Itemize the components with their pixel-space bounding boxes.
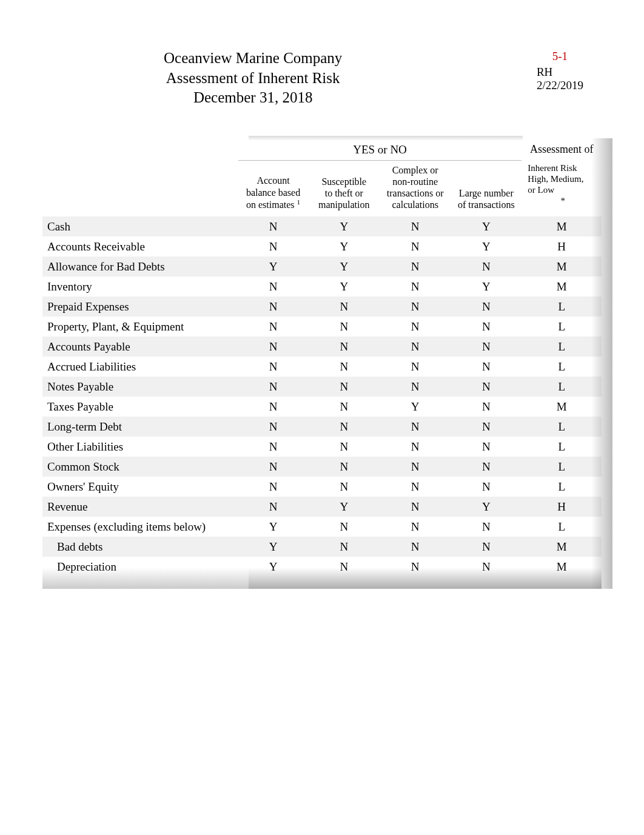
account-label: Depreciation: [42, 557, 238, 577]
table-row: Owners' EquityNNNNL: [42, 477, 602, 497]
assessment-value: L: [522, 437, 602, 457]
yes-no-value: N: [308, 557, 380, 577]
yes-no-value: N: [308, 397, 380, 417]
yes-no-value: N: [451, 437, 522, 457]
table-row: Long-term DebtNNNNL: [42, 417, 602, 437]
yes-no-value: Y: [451, 497, 522, 517]
account-label: Bad debts: [42, 537, 238, 557]
yes-no-value: N: [238, 417, 309, 437]
yes-no-value: Y: [308, 277, 380, 297]
yes-no-value: N: [451, 337, 522, 357]
table-row: Notes PayableNNNNL: [42, 377, 602, 397]
table-row: RevenueNYNYH: [42, 497, 602, 517]
yes-no-value: N: [380, 216, 451, 236]
yes-no-value: N: [308, 357, 380, 377]
assessment-value: L: [522, 317, 602, 337]
assessment-header: Assessment of: [522, 138, 602, 161]
yes-no-value: N: [451, 377, 522, 397]
document-subtitle: Assessment of Inherent Risk: [164, 69, 342, 89]
yes-no-value: N: [238, 277, 309, 297]
yes-no-value: N: [451, 557, 522, 577]
yes-no-value: N: [308, 437, 380, 457]
yes-no-value: N: [380, 277, 451, 297]
yes-no-value: N: [308, 457, 380, 477]
yes-no-value: N: [451, 297, 522, 317]
assessment-value: L: [522, 377, 602, 397]
yes-no-value: Y: [238, 517, 309, 537]
reference-date: 2/22/2019: [537, 79, 583, 92]
account-label: Accrued Liabilities: [42, 357, 238, 377]
table-row: Property, Plant, & EquipmentNNNNL: [42, 317, 602, 337]
table-row: Accounts ReceivableNYNYH: [42, 236, 602, 257]
title-block: Oceanview Marine Company Assessment of I…: [164, 49, 342, 108]
yes-no-value: N: [451, 477, 522, 497]
account-label: Common Stock: [42, 457, 238, 477]
yes-no-value: N: [238, 297, 309, 317]
col-inherent-risk: Inherent Risk High, Medium, or Low *: [522, 160, 602, 216]
account-label: Taxes Payable: [42, 397, 238, 417]
yes-no-value: Y: [238, 557, 309, 577]
yes-no-value: N: [451, 317, 522, 337]
yes-no-value: N: [451, 537, 522, 557]
assessment-value: M: [522, 277, 602, 297]
yes-no-value: N: [380, 477, 451, 497]
yes-no-value: N: [308, 517, 380, 537]
yes-no-value: N: [451, 517, 522, 537]
yes-no-value: N: [451, 397, 522, 417]
yes-no-value: N: [380, 437, 451, 457]
yes-no-value: N: [451, 357, 522, 377]
table-row: Bad debtsYNNNM: [42, 537, 602, 557]
assessment-value: M: [522, 216, 602, 236]
col-large-number-transactions: Large number of transactions: [451, 160, 522, 216]
assessment-value: M: [522, 537, 602, 557]
assessment-value: L: [522, 417, 602, 437]
yes-no-value: N: [451, 257, 522, 277]
document-date: December 31, 2018: [164, 88, 342, 108]
assessment-value: H: [522, 497, 602, 517]
table-row: Taxes PayableNNYNM: [42, 397, 602, 417]
assessment-value: L: [522, 357, 602, 377]
yes-no-value: N: [308, 297, 380, 317]
yes-no-value: N: [380, 317, 451, 337]
document-header: Oceanview Marine Company Assessment of I…: [42, 49, 602, 108]
yes-no-value: N: [380, 236, 451, 257]
account-label: Property, Plant, & Equipment: [42, 317, 238, 337]
account-label: Other Liabilities: [42, 437, 238, 457]
col-susceptible-theft: Susceptible to theft or manipulation: [308, 160, 380, 216]
assessment-table-body: CashNYNYMAccounts ReceivableNYNYHAllowan…: [42, 216, 602, 577]
yes-no-value: N: [308, 417, 380, 437]
table-row: Accounts PayableNNNNL: [42, 337, 602, 357]
yes-no-value: Y: [308, 257, 380, 277]
yes-no-value: N: [380, 297, 451, 317]
yes-no-value: N: [308, 477, 380, 497]
yes-no-value: N: [238, 337, 309, 357]
table-row: CashNYNYM: [42, 216, 602, 236]
account-label: Prepaid Expenses: [42, 297, 238, 317]
company-name: Oceanview Marine Company: [164, 49, 342, 69]
assessment-value: L: [522, 517, 602, 537]
yes-no-value: N: [238, 377, 309, 397]
yes-no-value: N: [238, 357, 309, 377]
table-row: Prepaid ExpensesNNNNL: [42, 297, 602, 317]
yes-no-header: YES or NO: [238, 138, 522, 161]
yes-no-value: N: [451, 417, 522, 437]
yes-no-value: N: [308, 317, 380, 337]
reference-number: 5-1: [537, 50, 583, 63]
assessment-table: YES or NO Assessment of Account balance …: [42, 138, 602, 577]
yes-no-value: N: [308, 337, 380, 357]
table-row: Expenses (excluding items below)YNNNL: [42, 517, 602, 537]
yes-no-value: N: [380, 497, 451, 517]
yes-no-value: Y: [308, 216, 380, 236]
account-label: Inventory: [42, 277, 238, 297]
account-label: Notes Payable: [42, 377, 238, 397]
yes-no-value: N: [238, 317, 309, 337]
col-account-based-estimates: Account balance based on estimates 1: [238, 160, 309, 216]
account-label: Revenue: [42, 497, 238, 517]
account-label: Accounts Receivable: [42, 236, 238, 257]
yes-no-value: N: [380, 457, 451, 477]
yes-no-value: N: [238, 457, 309, 477]
yes-no-value: N: [380, 417, 451, 437]
yes-no-value: N: [238, 497, 309, 517]
account-label: Allowance for Bad Debts: [42, 257, 238, 277]
yes-no-value: Y: [451, 277, 522, 297]
